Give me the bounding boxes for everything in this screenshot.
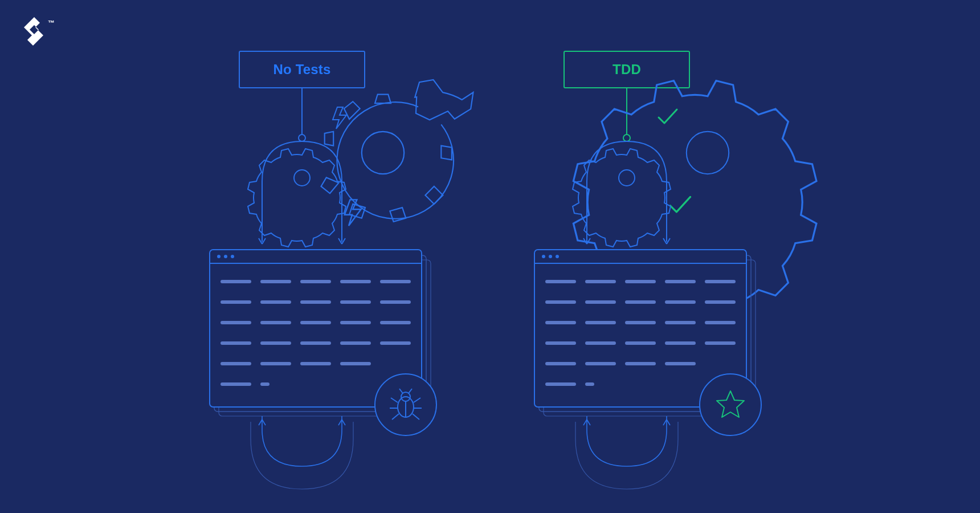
window-dot-icon bbox=[224, 255, 227, 258]
illustration-root: ™ No Tests bbox=[0, 0, 980, 513]
window-dot-icon bbox=[549, 255, 552, 258]
svg-point-13 bbox=[294, 170, 310, 186]
checkmark-icon bbox=[670, 197, 690, 211]
panel-tdd: TDD bbox=[534, 51, 816, 489]
svg-point-29 bbox=[687, 132, 729, 174]
window-dot-icon bbox=[542, 255, 545, 258]
svg-point-40 bbox=[700, 374, 761, 435]
trademark-symbol: ™ bbox=[48, 19, 55, 27]
connector-node-icon bbox=[623, 135, 630, 141]
svg-point-28 bbox=[619, 170, 635, 186]
brand-logo: ™ bbox=[24, 17, 55, 46]
svg-point-14 bbox=[362, 132, 404, 174]
feedback-loop bbox=[251, 416, 353, 489]
window-dot-icon bbox=[556, 255, 559, 258]
result-badge-star bbox=[700, 374, 761, 435]
label-tdd: TDD bbox=[612, 62, 641, 77]
window-dot-icon bbox=[231, 255, 234, 258]
label-no-tests: No Tests bbox=[273, 62, 330, 77]
result-badge-bug bbox=[375, 374, 436, 435]
window-dot-icon bbox=[217, 255, 220, 258]
panel-no-tests: No Tests bbox=[210, 51, 477, 489]
feedback-loop bbox=[575, 416, 678, 489]
connector-node-icon bbox=[299, 135, 305, 141]
label-box-no-tests: No Tests bbox=[239, 51, 365, 88]
checkmark-icon bbox=[659, 109, 677, 123]
gear-broken-icon bbox=[321, 74, 477, 222]
